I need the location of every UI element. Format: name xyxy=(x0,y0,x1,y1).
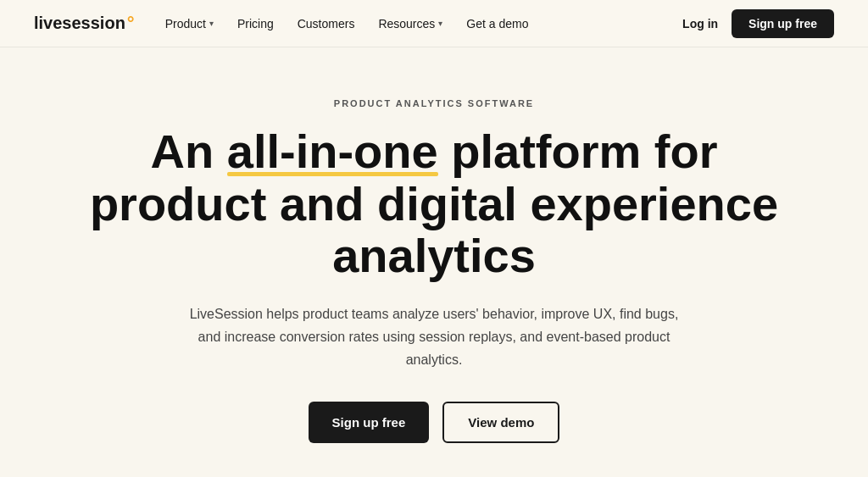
nav-pricing[interactable]: Pricing xyxy=(237,17,274,31)
signup-button[interactable]: Sign up free xyxy=(732,9,834,38)
cta-demo-button[interactable]: View demo xyxy=(442,402,559,443)
login-button[interactable]: Log in xyxy=(682,17,718,31)
brand-name: livesession xyxy=(34,14,125,33)
brand-dot: ° xyxy=(127,14,135,33)
hero-title-highlight: all-in-one xyxy=(227,125,438,178)
cta-signup-button[interactable]: Sign up free xyxy=(309,402,430,443)
hero-title-before: An xyxy=(151,125,227,178)
hero-label: PRODUCT ANALYTICS SOFTWARE xyxy=(70,98,798,108)
chevron-down-icon: ▾ xyxy=(209,19,214,28)
hero-description: LiveSession helps product teams analyze … xyxy=(180,302,688,372)
chevron-down-icon: ▾ xyxy=(438,19,442,28)
nav-links: Product ▾ Pricing Customers Resources ▾ … xyxy=(165,17,682,31)
nav-resources[interactable]: Resources ▾ xyxy=(378,17,442,31)
hero-title: An all-in-one platform for product and d… xyxy=(70,125,798,282)
navbar: livesession° Product ▾ Pricing Customers… xyxy=(0,0,868,47)
nav-customers[interactable]: Customers xyxy=(298,17,355,31)
brand-logo[interactable]: livesession° xyxy=(34,14,135,33)
nav-actions: Log in Sign up free xyxy=(682,9,834,38)
hero-buttons: Sign up free View demo xyxy=(70,402,798,443)
nav-product[interactable]: Product ▾ xyxy=(165,17,214,31)
nav-demo[interactable]: Get a demo xyxy=(466,17,528,31)
hero-section: PRODUCT ANALYTICS SOFTWARE An all-in-one… xyxy=(53,47,815,477)
